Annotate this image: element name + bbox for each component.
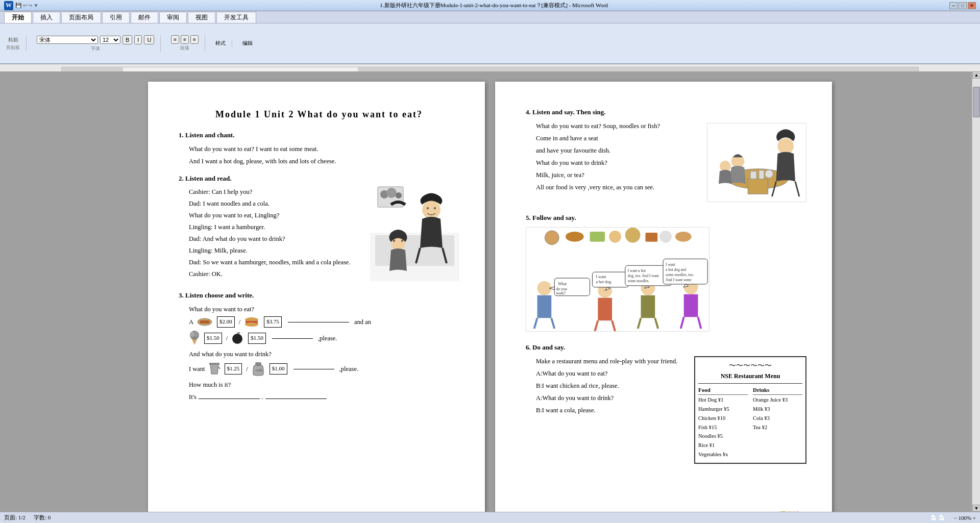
styles-label: 样式 [215,40,226,47]
menu-view[interactable]: 视图 [188,12,215,23]
menu-item-cola: Cola ¥3 [753,414,802,423]
minimize-button[interactable]: ─ [949,2,958,9]
font-family-select[interactable]: 宋体 [37,36,98,44]
menu-developer[interactable]: 开发工具 [216,12,256,23]
align-right-button[interactable]: ≡ [190,35,199,44]
answer-blank-3 [293,369,334,369]
word-count: 字数: 0 [34,514,51,521]
scroll-up-button[interactable]: ▲ [972,71,980,79]
svg-rect-60 [641,295,655,318]
svg-point-40 [659,231,672,243]
svg-rect-36 [590,232,605,242]
font-label: 字体 [91,45,100,52]
zoom-value: − 100% + [953,515,976,521]
document-container: Module 1 Unit 2 What do you want to eat?… [148,82,832,512]
follow-say-image: What do you want? I want a hot dog. [526,227,806,335]
content-area: Module 1 Unit 2 What do you want to eat?… [0,71,980,512]
price-blank-2 [265,399,327,399]
svg-point-20 [194,332,199,337]
section-1-title: 1. Listen and chant. [179,130,459,141]
window-title: 1.新版外研社六年级下册Module-1-unit-2-what-do-you-… [38,2,949,9]
menu-review[interactable]: 审阅 [159,12,187,23]
align-center-button[interactable]: ≡ [181,35,189,44]
svg-point-16 [245,322,258,327]
price-burger: $3.75 [264,316,282,328]
svg-point-33 [765,170,773,178]
svg-rect-39 [645,233,657,242]
menu-insert[interactable]: 插入 [33,12,60,23]
menu-mailings[interactable]: 邮件 [131,12,158,23]
menu-item-vegetables: Vegetables ¥x [698,451,748,459]
section-1: 1. Listen and chant. What do you want to… [179,130,459,166]
svg-point-37 [609,231,621,243]
section-6: 6. Do and say. 〜〜〜〜〜〜 NSE Restaurant Men… [526,342,806,415]
menu-start[interactable]: 开始 [4,12,32,23]
svg-rect-52 [598,298,612,321]
svg-point-8 [434,207,436,209]
menu-decoration: 〜〜〜〜〜〜 [698,360,802,371]
section-5: 5. Follow and say. [526,213,806,336]
svg-text:I want: I want [666,263,676,267]
paragraph-group: ≡ ≡ ≡ 段落 [171,35,205,52]
svg-text:What: What [558,282,567,286]
scrollbar[interactable]: ▲ ▼ [972,71,980,512]
menu-title: NSE Restaurant Menu [698,371,802,383]
font-underline-button[interactable]: U [144,35,154,44]
ribbon: 粘贴 剪贴板 宋体 12 B I U 字体 ≡ ≡ ≡ 段落 样式 编辑 [0,23,980,64]
svg-line-44 [534,318,537,329]
menu-item-chicken: Chicken ¥10 [698,414,748,423]
svg-line-54 [612,321,615,332]
close-button[interactable]: ✕ [968,2,976,9]
menu-layout[interactable]: 页面布局 [61,12,101,23]
editing-label: 编辑 [242,40,253,47]
apple-icon [231,332,244,345]
menu-bar: 开始 插入 页面布局 引用 邮件 审阅 视图 开发工具 [0,11,980,23]
page-right: 4. Listen and say. Then sing. [495,82,832,512]
section-3-content: What do you want to eat? A $2.00 / [189,304,459,402]
nse-menu: 〜〜〜〜〜〜 NSE Restaurant Menu Food Hot Dog … [694,356,806,464]
clipboard-sublabel: 剪贴板 [6,44,20,51]
page-info: 页面: 1/2 [4,514,26,521]
svg-rect-32 [759,170,764,179]
menu-references[interactable]: 引用 [102,12,130,23]
svg-point-5 [396,192,402,198]
svg-rect-13 [200,320,210,323]
module-title: Module 1 Unit 2 What do you want to eat? [179,107,459,122]
bottle-icon: cola [251,361,265,377]
menu-item-hamburger: Hamburger ¥5 [698,405,748,414]
svg-point-4 [386,188,397,198]
font-bold-button[interactable]: B [122,35,132,44]
drink-prompt: And what do you want to drink? [189,349,459,359]
menu-item-fish: Fish ¥15 [698,424,748,432]
scroll-down-button[interactable]: ▼ [972,505,980,512]
menu-item-milk: Milk ¥3 [753,405,802,414]
quick-access[interactable]: 💾 ↩ ↪ ▼ [15,3,38,8]
align-left-button[interactable]: ≡ [171,35,179,44]
cashier-image [370,182,459,281]
svg-point-41 [675,232,692,242]
svg-line-23 [218,367,220,369]
section-4: 4. Listen and say. Then sing. [526,107,806,206]
font-size-select[interactable]: 12 [100,36,120,44]
svg-rect-27 [748,179,768,194]
app-icon: W [4,1,13,10]
svg-line-53 [595,321,598,332]
hotdog-icon [197,316,213,328]
svg-text:And I want some: And I want some [666,278,692,282]
menu-food-header: Food [698,386,748,395]
svg-point-10 [393,240,395,242]
styles-group: 样式 [215,40,232,47]
section-1-content: What do you want to eat? I want to eat s… [189,144,459,166]
svg-text:dog, too. And I want: dog, too. And I want [628,273,659,278]
font-italic-button[interactable]: I [134,35,142,44]
icecream-icon [189,331,200,346]
chant-line-1: What do you want to eat? I want to eat s… [189,144,459,154]
price-icecream: $1.50 [204,333,222,344]
svg-text:cola: cola [256,368,263,372]
restore-button[interactable]: □ [959,2,967,9]
scroll-thumb[interactable] [973,87,980,117]
section-3-prompt: What do you want to eat? [189,304,459,314]
cup-icon [208,362,220,376]
svg-line-70 [681,317,684,329]
svg-text:I want a hot: I want a hot [628,269,646,273]
